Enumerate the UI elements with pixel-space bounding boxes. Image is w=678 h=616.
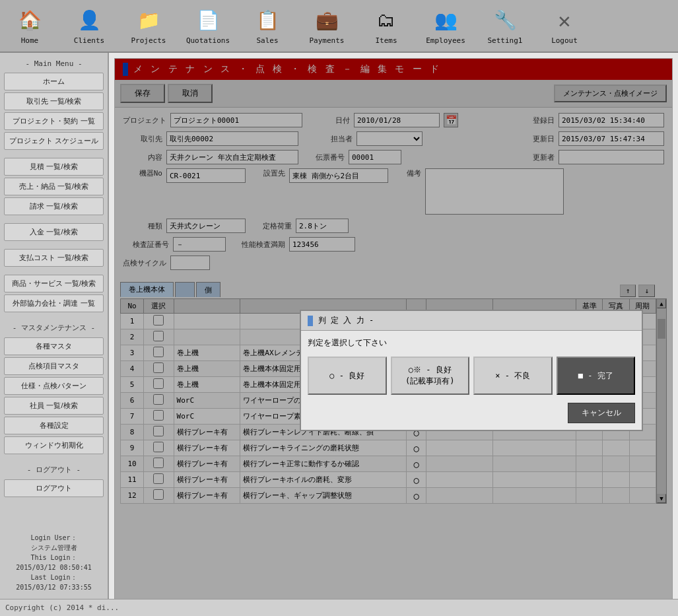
logout-icon: ✕ [551,7,578,34]
master-menu-title: - マスタメンテナンス - [4,320,104,335]
sidebar-clients[interactable]: 取引先 一覧/検索 [4,92,104,110]
nav-items-label: Items [375,36,397,45]
items-icon: 🗂 [373,7,399,34]
footer: Copyright (c) 2014 * di... [0,599,678,616]
sidebar-partners[interactable]: 外部協力会社・調達 一覧 [4,294,104,312]
top-navigation: 🏠 Home 👤 Clients 📁 Projects 📄 Quotations… [0,0,678,53]
login-user-value: システム管理者 [7,543,101,553]
sidebar-sales[interactable]: 売上・納品 一覧/検索 [4,178,104,195]
projects-icon: 📁 [135,7,162,34]
payments-icon: 💼 [314,7,340,34]
page-container: メ ン テ ナ ン ス ・ 点 検 ・ 検 査 － 編 集 モ ー ド 保存 取… [114,58,673,599]
sidebar-home[interactable]: ホーム [4,73,104,90]
choice-good[interactable]: ○ - 良好 [308,357,387,395]
nav-home-label: Home [21,36,39,45]
logout-section-title: - ログアウト - [4,462,104,477]
nav-logout-label: Logout [551,36,578,45]
dialog-footer: キャンセル [308,403,635,423]
choice-done[interactable]: ■ - 完了 [557,357,636,395]
sidebar-projects[interactable]: プロジェクト・契約 一覧 [4,112,104,130]
login-user-label: Login User： [7,533,101,543]
dialog-header-indicator [308,316,313,326]
dialog-choices: ○ - 良好 ○※ - 良好(記載事項有) × - 不良 ■ - 完了 [308,357,635,395]
login-info: Login User： システム管理者 This Login： 2015/03/… [4,530,104,595]
nav-employees-label: Employees [426,36,465,45]
nav-setting1[interactable]: 🔧 Setting1 [475,3,535,49]
sidebar: - Main Menu - ホーム 取引先 一覧/検索 プロジェクト・契約 一覧… [0,53,109,599]
nav-logout[interactable]: ✕ Logout [535,3,594,49]
sidebar-quotes[interactable]: 見積 一覧/検索 [4,158,104,176]
employees-icon: 👥 [432,7,459,34]
nav-sales-label: Sales [256,36,278,45]
quotations-icon: 📄 [195,7,221,34]
nav-projects-label: Projects [131,36,166,45]
nav-sales[interactable]: 📋 Sales [238,3,297,49]
sidebar-invoices[interactable]: 請求 一覧/検索 [4,197,104,215]
nav-home[interactable]: 🏠 Home [0,3,59,49]
choice-bad[interactable]: × - 不良 [473,357,553,395]
nav-payments[interactable]: 💼 Payments [297,3,356,49]
choice-good-note[interactable]: ○※ - 良好(記載事項有) [391,357,470,395]
nav-employees[interactable]: 👥 Employees [416,3,475,49]
sidebar-schedule[interactable]: プロジェクト スケジュール [4,132,104,150]
nav-quotations[interactable]: 📄 Quotations [178,3,238,49]
main-menu-title: - Main Menu - [4,57,104,71]
nav-projects[interactable]: 📁 Projects [119,3,178,49]
dialog-body: 判定を選択して下さい ○ - 良好 ○※ - 良好(記載事項有) × - 不良 … [301,331,642,430]
cancel-button-dialog[interactable]: キャンセル [568,403,635,423]
dialog-header: 判 定 入 力 - [301,311,642,331]
dialog-prompt: 判定を選択して下さい [308,337,635,349]
sidebar-staff[interactable]: 社員 一覧/検索 [4,397,104,415]
nav-quotations-label: Quotations [186,36,230,45]
nav-setting1-label: Setting1 [488,36,523,45]
sidebar-pattern-master[interactable]: 仕様・点検パターン [4,377,104,395]
dialog-title: 判 定 入 力 - [318,315,374,326]
clients-icon: 👤 [76,7,102,34]
last-login-label: Last Login： [7,572,101,582]
sidebar-costs[interactable]: 支払コスト 一覧/検索 [4,249,104,267]
sidebar-inspection-master[interactable]: 点検項目マスタ [4,357,104,375]
sidebar-items[interactable]: 商品・サービス 一覧/検索 [4,275,104,292]
setting-icon: 🔧 [492,7,518,34]
content-area: メ ン テ ナ ン ス ・ 点 検 ・ 検 査 － 編 集 モ ー ド 保存 取… [109,53,678,599]
main-layout: - Main Menu - ホーム 取引先 一覧/検索 プロジェクト・契約 一覧… [0,53,678,599]
sales-icon: 📋 [254,7,281,34]
last-login-value: 2015/03/12 07:33:55 [7,582,101,592]
this-login-label: This Login： [7,553,101,563]
sidebar-category-master[interactable]: 各種マスタ [4,337,104,355]
home-icon: 🏠 [17,7,43,34]
sidebar-settings[interactable]: 各種設定 [4,417,104,434]
copyright-text: Copyright (c) 2014 * di... [5,603,119,612]
judgment-dialog: 判 定 入 力 - 判定を選択して下さい ○ - 良好 ○※ - 良好(記載事項… [300,310,643,431]
nav-items[interactable]: 🗂 Items [356,3,416,49]
this-login-value: 2015/03/12 08:50:41 [7,563,101,572]
nav-payments-label: Payments [310,36,345,45]
nav-clients[interactable]: 👤 Clients [59,3,119,49]
sidebar-window-init[interactable]: ウィンドウ初期化 [4,436,104,454]
nav-clients-label: Clients [74,36,104,45]
sidebar-payments[interactable]: 入金 一覧/検索 [4,223,104,241]
sidebar-logout-btn[interactable]: ログアウト [4,479,104,497]
